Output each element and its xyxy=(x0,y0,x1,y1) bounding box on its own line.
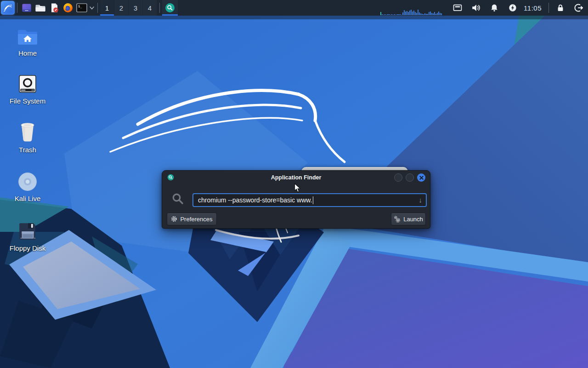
launcher-settings-app[interactable] xyxy=(20,1,34,15)
history-dropdown-arrow-icon[interactable]: ↓ xyxy=(419,196,423,204)
launcher-terminal-emulator[interactable]: $_ xyxy=(75,1,89,15)
trash-can-icon xyxy=(5,121,51,143)
settings-window-icon xyxy=(21,2,32,13)
floppy-disk-icon xyxy=(5,220,51,241)
launch-gears-icon xyxy=(394,216,401,223)
panel-separator xyxy=(548,3,549,13)
workspace-button-3[interactable]: 3 xyxy=(129,0,142,16)
close-button[interactable] xyxy=(417,173,425,182)
terminal-prompt-glyph: $_ xyxy=(78,5,82,8)
logout-icon[interactable] xyxy=(573,2,584,13)
panel-separator xyxy=(17,3,17,13)
network-tray-icon[interactable] xyxy=(452,2,464,13)
desktop-icon-floppy-disk[interactable]: Floppy Disk xyxy=(5,220,51,252)
panel-clock[interactable]: 11:05 xyxy=(524,4,542,12)
workspace-button-1[interactable]: 1 xyxy=(100,0,114,16)
preferences-button-label: Preferences xyxy=(180,216,212,223)
desktop-icon-label: Home xyxy=(5,49,51,57)
finder-window-title: Application Finder xyxy=(162,174,430,181)
minimize-button[interactable] xyxy=(394,173,402,182)
desktop-icon-label: File System xyxy=(5,97,51,105)
terminal-dropdown-chevron[interactable] xyxy=(89,1,95,15)
launch-button-label: Launch xyxy=(403,216,423,223)
application-finder-window: Application Finder chromium --password-s… xyxy=(162,170,430,229)
desktop-icon-label: Kali Live xyxy=(5,195,51,202)
desktop-icon-label: Floppy Disk xyxy=(5,244,51,252)
gear-icon xyxy=(171,216,177,222)
launcher-text-editor[interactable] xyxy=(47,1,61,15)
lock-screen-icon[interactable] xyxy=(555,2,566,13)
folder-icon xyxy=(35,2,46,13)
top-panel: $_ 1 2 3 4 xyxy=(0,0,588,16)
finder-titlebar[interactable]: Application Finder xyxy=(162,171,430,184)
desktop-icon-label: Trash xyxy=(5,146,51,154)
notifications-tray-icon[interactable] xyxy=(488,2,500,13)
workspace-button-2[interactable]: 2 xyxy=(114,0,128,16)
kali-menu-button[interactable] xyxy=(1,1,15,15)
kali-dragon-icon xyxy=(2,2,13,13)
finder-button-row: Preferences Launch xyxy=(162,213,430,225)
home-folder-icon xyxy=(5,25,51,46)
hard-drive-icon xyxy=(5,73,51,94)
application-finder-badge-icon xyxy=(165,3,175,13)
launcher-file-manager[interactable] xyxy=(34,1,47,15)
panel-right-cluster: 11:05 xyxy=(380,0,588,16)
search-input-value: chromium --password-store=basic www. xyxy=(198,196,312,204)
workspace-button-4[interactable]: 4 xyxy=(143,0,157,16)
optical-disc-icon xyxy=(5,170,51,191)
panel-separator xyxy=(97,3,98,13)
text-caret xyxy=(313,196,313,204)
desktop-icon-kali-live[interactable]: Kali Live xyxy=(5,170,51,202)
panel-separator xyxy=(159,3,160,13)
volume-tray-icon[interactable] xyxy=(470,2,482,13)
finder-search-row: chromium --password-store=basic www. ↓ xyxy=(162,191,430,208)
launch-button[interactable]: Launch xyxy=(391,213,426,225)
close-icon xyxy=(419,176,424,180)
firefox-icon xyxy=(62,2,74,13)
maximize-button[interactable] xyxy=(406,173,414,182)
search-icon xyxy=(171,192,184,207)
search-input[interactable]: chromium --password-store=basic www. ↓ xyxy=(192,193,427,207)
desktop-icon-trash[interactable]: Trash xyxy=(5,121,51,154)
desktop-icon-home[interactable]: Home xyxy=(5,25,51,57)
preferences-button[interactable]: Preferences xyxy=(167,213,217,225)
finder-window-icon xyxy=(167,174,174,183)
text-editor-icon xyxy=(49,2,60,13)
cpu-usage-graph[interactable] xyxy=(380,0,442,16)
launcher-firefox-browser[interactable] xyxy=(61,1,75,15)
terminal-icon: $_ xyxy=(76,2,88,13)
taskbar-application-finder[interactable] xyxy=(162,0,178,16)
power-manager-tray-icon[interactable] xyxy=(507,2,519,13)
desktop-icon-file-system[interactable]: File System xyxy=(5,73,51,105)
